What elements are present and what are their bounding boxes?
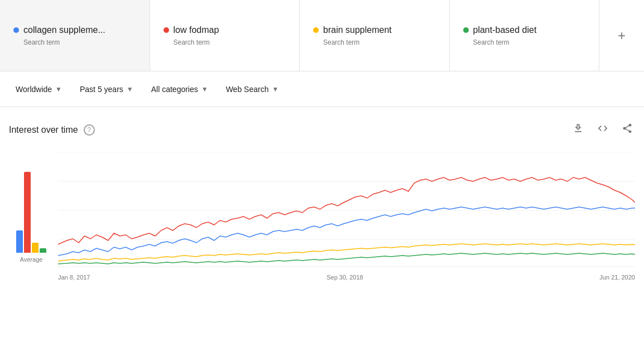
category-chevron-icon: ▼ [201,85,208,93]
bar-chart-label: Average [20,256,43,263]
bar-low-fodmap [24,172,31,253]
search-type-label: Web Search [226,85,269,94]
download-button[interactable] [570,121,586,139]
search-term-plant-based[interactable]: plant-based diet Search term [450,0,600,71]
region-chevron-icon: ▼ [55,85,62,93]
x-labels: Jan 8, 2017 Sep 30, 2018 Jun 21, 2020 [58,272,635,281]
line-chart-svg: 100 75 50 25 [58,152,635,269]
bar-brain [32,243,39,253]
bar-plant [40,248,46,253]
collagen-line [58,207,635,256]
chart-title-area: Interest over time ? [9,124,95,136]
brain-supplement-name: brain supplement [323,25,392,35]
search-type-filter[interactable]: Web Search ▼ [219,80,286,98]
low-fodmap-name: low fodmap [174,25,219,35]
brain-supplement-type: Search term [313,38,436,46]
plant-based-type: Search term [463,38,586,46]
region-label: Worldwide [16,85,52,94]
bar-chart [15,152,48,253]
low-fodmap-dot [164,27,169,33]
category-filter[interactable]: All categories ▼ [145,80,215,98]
filters-bar: Worldwide ▼ Past 5 years ▼ All categorie… [0,71,644,107]
brain-supplement-dot [313,27,319,33]
search-type-chevron-icon: ▼ [272,85,278,93]
category-label: All categories [151,85,198,94]
embed-button[interactable] [595,121,611,139]
search-term-collagen[interactable]: collagen suppleme... Search term [0,0,150,71]
period-label: Past 5 years [80,85,123,94]
chart-container: Average 100 75 50 25 [9,152,635,281]
period-chevron-icon: ▼ [127,85,133,93]
line-chart-area: 100 75 50 25 Jan 8, 2017 Sep 30, 2018 Ju… [58,152,635,281]
search-terms-bar: collagen suppleme... Search term low fod… [0,0,644,71]
x-label-3: Jun 21, 2020 [599,274,635,281]
bar-chart-area: Average [9,152,54,263]
search-term-low-fodmap[interactable]: low fodmap Search term [150,0,300,71]
help-icon[interactable]: ? [84,124,95,136]
share-button[interactable] [619,121,635,139]
low-fodmap-line [58,177,635,244]
collagen-type: Search term [13,38,136,46]
search-term-brain-supplement[interactable]: brain supplement Search term [300,0,450,71]
chart-header: Interest over time ? [9,121,635,139]
plant-based-dot [463,27,469,33]
add-term-button[interactable]: + [599,0,644,71]
x-label-1: Jan 8, 2017 [58,274,90,281]
chart-title: Interest over time [9,125,78,135]
x-label-2: Sep 30, 2018 [326,274,363,281]
collagen-name: collagen suppleme... [23,25,105,35]
bar-collagen [16,230,23,253]
chart-actions [570,121,635,139]
period-filter[interactable]: Past 5 years ▼ [73,80,140,98]
region-filter[interactable]: Worldwide ▼ [9,80,69,98]
low-fodmap-type: Search term [164,38,286,46]
chart-section: Interest over time ? [0,107,644,290]
collagen-dot [13,27,19,33]
plant-based-name: plant-based diet [473,25,537,35]
